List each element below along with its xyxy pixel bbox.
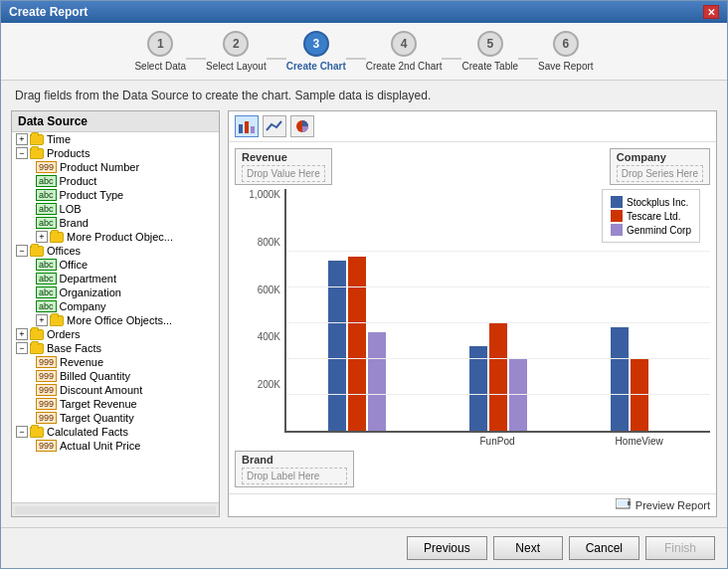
finish-button[interactable]: Finish — [645, 536, 715, 560]
list-item[interactable]: 999 Billed Quantity — [12, 369, 219, 383]
expand-icon[interactable]: + — [36, 314, 48, 326]
list-item[interactable]: + Orders — [12, 327, 219, 341]
drop-zone-label[interactable]: Brand Drop Label Here — [235, 451, 710, 487]
line-chart-button[interactable] — [263, 115, 286, 137]
y-label: 800K — [235, 237, 280, 248]
bar-chart-button[interactable] — [235, 115, 259, 137]
bottom-bar: Previous Next Cancel Finish — [1, 527, 727, 568]
list-item[interactable]: abc Product — [12, 174, 219, 188]
chart-bar[interactable] — [611, 327, 629, 431]
drop-zone-value[interactable]: Revenue Drop Value Here — [235, 148, 332, 185]
chart-legend: Stockplus Inc. Tescare Ltd. Genmind Corp — [602, 189, 700, 243]
chart-toolbar — [229, 111, 716, 142]
wizard-steps: 1 Select Data 2 Select Layout 3 Create C… — [1, 23, 727, 81]
type-badge-num: 999 — [36, 356, 57, 368]
chart-bar[interactable] — [489, 323, 507, 431]
tree-item-label: LOB — [60, 203, 82, 215]
chart-footer: Preview Report — [229, 493, 716, 516]
list-item[interactable]: 999 Revenue — [12, 355, 219, 369]
list-item[interactable]: abc Department — [12, 272, 219, 285]
legend-item: Stockplus Inc. — [611, 196, 691, 208]
grid-line — [286, 394, 710, 395]
previous-button[interactable]: Previous — [407, 536, 487, 560]
x-label: HomeView — [578, 436, 700, 447]
legend-label: Tescare Ltd. — [627, 211, 680, 222]
list-item[interactable]: abc Organization — [12, 285, 219, 299]
list-item[interactable]: + More Product Objec... — [12, 230, 219, 244]
type-badge-num: 999 — [36, 161, 57, 173]
step-1-label: Select Data — [134, 61, 186, 72]
x-axis: FunPod HomeView — [284, 436, 710, 447]
data-source-tree[interactable]: + Time − Products 999 Product Number — [12, 132, 219, 502]
close-button[interactable]: ✕ — [703, 5, 719, 19]
preview-report-button[interactable]: Preview Report — [616, 498, 710, 512]
chart-bar-group — [296, 257, 418, 431]
step-connector-3 — [346, 58, 366, 60]
folder-icon — [50, 315, 64, 326]
expand-icon[interactable]: − — [16, 342, 28, 354]
tree-item-label: Brand — [60, 217, 89, 229]
drop-zone-series-hint: Drop Series Here — [617, 165, 703, 182]
list-item[interactable]: − Base Facts — [12, 341, 219, 355]
step-6-label: Save Report — [538, 61, 594, 72]
tree-item-label: Product — [60, 175, 97, 187]
list-item[interactable]: + More Office Objects... — [12, 313, 219, 327]
list-item[interactable]: abc Office — [12, 258, 219, 272]
step-1[interactable]: 1 Select Data — [134, 31, 186, 72]
list-item[interactable]: abc LOB — [12, 202, 219, 216]
tree-item-label: Billed Quantity — [60, 370, 130, 382]
window-title: Create Report — [9, 5, 88, 19]
tree-item-label: Target Revenue — [60, 398, 137, 410]
list-item[interactable]: − Calculated Facts — [12, 425, 219, 439]
y-label: 1,000K — [235, 189, 280, 200]
expand-icon[interactable]: − — [16, 147, 28, 159]
expand-icon[interactable]: + — [36, 231, 48, 243]
list-item[interactable]: 999 Target Revenue — [12, 397, 219, 411]
next-button[interactable]: Next — [493, 536, 563, 560]
svg-rect-1 — [245, 121, 249, 133]
step-2[interactable]: 2 Select Layout — [206, 31, 267, 72]
pie-chart-button[interactable] — [290, 115, 314, 137]
step-6-circle: 6 — [553, 31, 579, 57]
chart-bar[interactable] — [509, 359, 527, 431]
expand-icon[interactable]: − — [16, 245, 28, 257]
list-item[interactable]: 999 Target Quantity — [12, 411, 219, 425]
step-6[interactable]: 6 Save Report — [538, 31, 594, 72]
expand-icon[interactable]: + — [16, 133, 28, 145]
horizontal-scrollbar[interactable] — [12, 502, 219, 516]
tree-item-label: Time — [47, 133, 71, 145]
list-item[interactable]: − Products — [12, 146, 219, 160]
expand-icon[interactable]: − — [16, 426, 28, 438]
list-item[interactable]: abc Company — [12, 299, 219, 313]
step-5[interactable]: 5 Create Table — [461, 31, 518, 72]
step-4-label: Create 2nd Chart — [366, 61, 443, 72]
chart-bars-area: Stockplus Inc. Tescare Ltd. Genmind Corp — [284, 189, 710, 433]
list-item[interactable]: 999 Product Number — [12, 160, 219, 174]
tree-item-label: Organization — [60, 286, 121, 298]
list-item[interactable]: abc Product Type — [12, 188, 219, 202]
list-item[interactable]: abc Brand — [12, 216, 219, 230]
chart-bar[interactable] — [368, 332, 386, 431]
tree-item-label: Products — [47, 147, 90, 159]
type-badge-abc: abc — [36, 175, 57, 187]
chart-bar[interactable] — [631, 359, 648, 431]
step-connector-4 — [442, 58, 461, 60]
step-connector-2 — [267, 58, 286, 60]
grid-line — [286, 286, 710, 287]
list-item[interactable]: 999 Discount Amount — [12, 383, 219, 397]
list-item[interactable]: − Offices — [12, 244, 219, 258]
expand-icon[interactable]: + — [16, 328, 28, 340]
list-item[interactable]: + Time — [12, 132, 219, 146]
step-3[interactable]: 3 Create Chart — [286, 31, 346, 72]
step-4[interactable]: 4 Create 2nd Chart — [366, 31, 443, 72]
list-item[interactable]: 999 Actual Unit Price — [12, 439, 219, 453]
svg-rect-6 — [628, 501, 631, 505]
chart-bar-group — [579, 327, 700, 431]
chart-bar[interactable] — [348, 257, 366, 431]
legend-color — [611, 224, 623, 236]
legend-item: Tescare Ltd. — [611, 210, 691, 222]
cancel-button[interactable]: Cancel — [569, 536, 639, 560]
drop-zone-series[interactable]: Company Drop Series Here — [610, 148, 710, 185]
folder-icon — [30, 246, 44, 257]
step-5-circle: 5 — [477, 31, 503, 57]
